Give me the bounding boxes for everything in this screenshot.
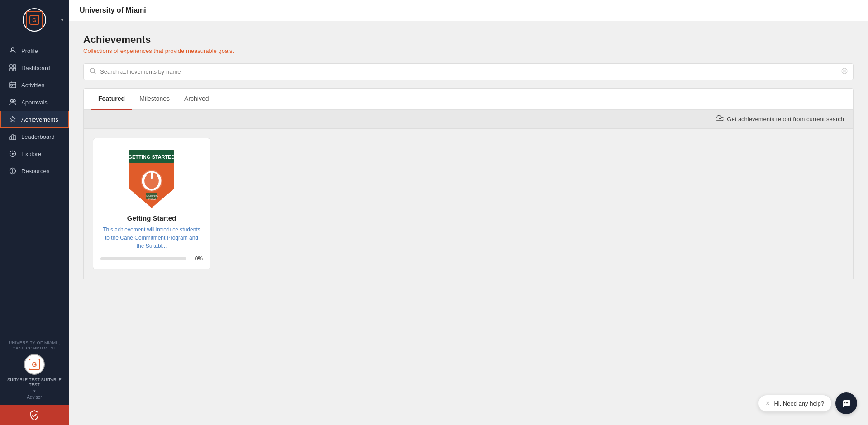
svg-rect-10 (10, 137, 11, 140)
tabs-container: Featured Milestones Archived Get achieve… (83, 88, 854, 279)
tabs-header: Featured Milestones Archived (84, 89, 853, 110)
user-role-label: Advisor (4, 395, 65, 400)
activities-icon (9, 81, 17, 89)
card-description: This achievement will introduce students… (100, 226, 203, 250)
sidebar-logo: G (23, 8, 46, 32)
chat-close-button[interactable]: × (766, 400, 769, 407)
progress-bar-bg (100, 257, 186, 260)
sidebar: G ▾ Profile Dashboard Activities (0, 0, 69, 425)
svg-point-28 (844, 402, 845, 403)
svg-rect-3 (10, 65, 12, 67)
svg-text:G: G (32, 361, 37, 368)
chat-open-button[interactable] (835, 392, 857, 414)
report-bar: Get achievements report from current sea… (84, 110, 853, 129)
sidebar-label-leaderboard: Leaderboard (21, 133, 55, 140)
sidebar-item-dashboard[interactable]: Dashboard (0, 59, 69, 76)
svg-rect-12 (14, 136, 16, 140)
logo-dropdown-arrow[interactable]: ▾ (61, 18, 63, 23)
logo-inner-box: G (26, 11, 43, 28)
user-name-label: SUITABLE TEST SUITABLE TEST (4, 378, 65, 388)
card-title: Getting Started (127, 214, 176, 222)
dashboard-icon (9, 64, 17, 72)
svg-rect-11 (12, 135, 14, 140)
chat-bubble: × Hi. Need any help? (758, 395, 832, 412)
tab-archived[interactable]: Archived (177, 89, 216, 110)
svg-point-29 (846, 402, 847, 403)
progress-label: 0% (190, 255, 203, 262)
achievements-grid: ⋮ GETTING STARTED (84, 129, 853, 279)
sidebar-nav: Profile Dashboard Activities Approvals (0, 38, 69, 335)
achievements-icon (9, 115, 17, 123)
top-header: University of Miami (69, 0, 868, 21)
sidebar-item-activities[interactable]: Activities (0, 76, 69, 94)
svg-rect-6 (13, 68, 16, 71)
svg-point-30 (847, 402, 848, 403)
sidebar-label-dashboard: Dashboard (21, 65, 50, 71)
cloud-download-icon (716, 114, 724, 124)
approvals-icon (9, 98, 17, 106)
content-area: Achievements Collections of experiences … (69, 21, 868, 425)
sidebar-item-profile[interactable]: Profile (0, 42, 69, 59)
progress-bar-container: 0% (100, 255, 203, 262)
svg-text:i: i (12, 169, 14, 174)
search-icon (89, 67, 96, 76)
search-bar (83, 63, 854, 80)
shield-icon (29, 410, 40, 420)
sidebar-footer-bar[interactable] (0, 405, 69, 425)
person-icon (9, 47, 17, 55)
sidebar-label-profile: Profile (21, 47, 38, 54)
tab-milestones[interactable]: Milestones (132, 89, 177, 110)
resources-icon: i (9, 167, 17, 175)
svg-point-9 (13, 100, 15, 102)
page-subtitle: Collections of experiences that provide … (83, 47, 854, 54)
chat-widget: × Hi. Need any help? (758, 392, 857, 414)
card-menu-button[interactable]: ⋮ (196, 144, 205, 154)
sidebar-label-explore: Explore (21, 151, 41, 157)
svg-point-8 (11, 100, 13, 102)
org-name-label: UNIVERSITY OF MIAMI , CANE COMMITMENT (4, 340, 65, 351)
sidebar-bottom: UNIVERSITY OF MIAMI , CANE COMMITMENT G … (0, 335, 69, 405)
main-content: University of Miami Achievements Collect… (69, 0, 868, 425)
report-button-label: Get achievements report from current sea… (727, 116, 844, 123)
chat-icon (841, 398, 851, 408)
tab-featured[interactable]: Featured (91, 89, 132, 110)
achievement-card: ⋮ GETTING STARTED (93, 138, 210, 269)
svg-rect-4 (13, 65, 16, 67)
sidebar-item-achievements[interactable]: Achievements (0, 111, 69, 128)
search-clear-icon[interactable] (841, 68, 848, 76)
report-download-button[interactable]: Get achievements report from current sea… (716, 114, 844, 124)
svg-text:OF MIAMI: OF MIAMI (148, 198, 156, 200)
svg-text:G: G (32, 17, 36, 24)
sidebar-item-explore[interactable]: Explore (0, 145, 69, 162)
org-logo: G (24, 354, 45, 375)
sidebar-label-resources: Resources (21, 168, 49, 175)
achievement-badge-svg: GETTING STARTED UNIVERSITY OF MIAMI (127, 150, 176, 208)
sidebar-logo-area[interactable]: G ▾ (0, 0, 69, 38)
svg-point-14 (12, 153, 14, 155)
sidebar-item-resources[interactable]: i Resources (0, 162, 69, 179)
svg-text:UNIVERSITY: UNIVERSITY (145, 195, 159, 198)
sidebar-item-leaderboard[interactable]: Leaderboard (0, 128, 69, 145)
leaderboard-icon (9, 132, 17, 141)
header-org-title: University of Miami (80, 6, 146, 14)
svg-point-2 (11, 48, 14, 51)
sidebar-label-approvals: Approvals (21, 99, 48, 106)
chat-message-text: Hi. Need any help? (774, 400, 824, 407)
page-title: Achievements (83, 34, 854, 46)
explore-icon (9, 150, 17, 158)
sidebar-label-activities: Activities (21, 82, 44, 89)
badge-container: GETTING STARTED UNIVERSITY OF MIAMI (127, 150, 176, 208)
sidebar-label-achievements: Achievements (21, 116, 58, 123)
svg-text:GETTING STARTED: GETTING STARTED (128, 154, 175, 160)
svg-rect-5 (10, 68, 12, 71)
sidebar-item-approvals[interactable]: Approvals (0, 94, 69, 111)
search-input[interactable] (100, 68, 838, 75)
